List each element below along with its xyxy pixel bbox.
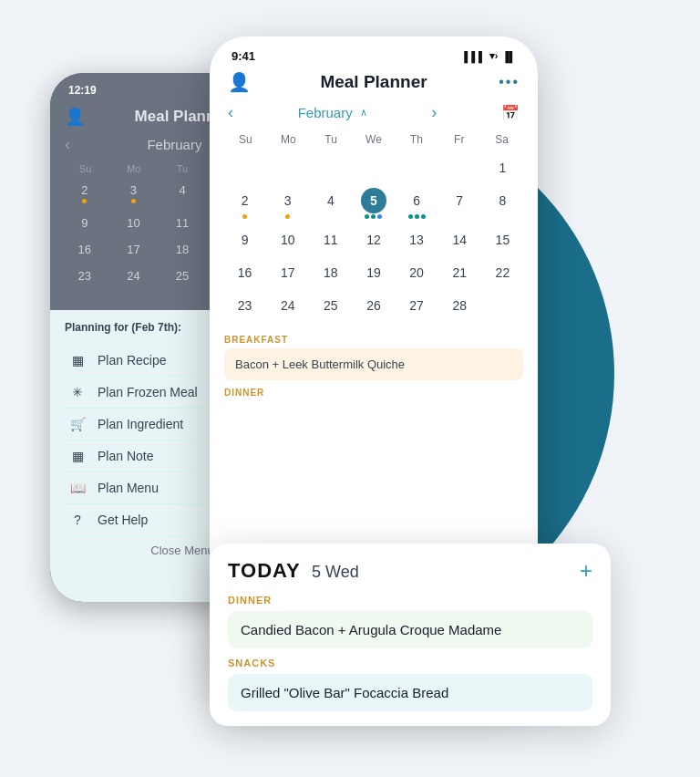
- front-calendar-day[interactable]: [482, 289, 523, 320]
- front-calendar-day[interactable]: [353, 151, 394, 182]
- front-nav-next[interactable]: ›: [431, 103, 437, 122]
- front-header: 👤 Meal Planner •••: [210, 68, 538, 99]
- front-calendar-day[interactable]: 3: [267, 184, 308, 222]
- back-calendar-day[interactable]: 17: [110, 237, 158, 262]
- front-calendar-day[interactable]: 12: [353, 223, 394, 254]
- menu-item-label: Plan Recipe: [98, 353, 167, 368]
- breakfast-card[interactable]: Bacon + Leek Buttermilk Quiche: [224, 348, 523, 380]
- back-calendar-day[interactable]: 11: [159, 211, 206, 235]
- front-day-fr: Fr: [438, 133, 480, 146]
- battery-icon: ▐▌: [501, 51, 516, 62]
- front-day-tu: Tu: [310, 133, 353, 146]
- today-header-left: TODAY 5 Wed: [228, 559, 359, 583]
- back-calendar-day[interactable]: 3: [110, 178, 158, 209]
- front-calendar-day[interactable]: 14: [439, 223, 480, 254]
- front-nav-prev[interactable]: ‹: [228, 103, 233, 122]
- front-calendar-day[interactable]: 6: [396, 184, 438, 222]
- front-calendar-day[interactable]: 25: [310, 289, 351, 320]
- front-time: 9:41: [232, 49, 255, 63]
- menu-item-label: Plan Ingredient: [98, 417, 183, 431]
- add-meal-button[interactable]: +: [580, 558, 592, 584]
- front-calendar-day[interactable]: 2: [224, 184, 265, 222]
- front-day-we: We: [353, 133, 396, 146]
- front-calendar-day[interactable]: 28: [439, 289, 480, 320]
- front-calendar-day[interactable]: [224, 151, 265, 182]
- front-title: Meal Planner: [320, 72, 427, 92]
- front-days-grid[interactable]: 1234567891011121314151617181920212223242…: [224, 151, 523, 320]
- menu-item-label: Plan Frozen Meal: [98, 385, 198, 399]
- back-calendar-day[interactable]: 9: [61, 211, 108, 235]
- front-calendar-day[interactable]: 13: [396, 223, 438, 254]
- front-calendar-day[interactable]: 10: [267, 223, 308, 254]
- front-calendar-day[interactable]: 21: [439, 256, 480, 287]
- menu-item-label: Get Help: [98, 513, 148, 527]
- more-options-icon[interactable]: •••: [499, 74, 520, 90]
- back-calendar-day[interactable]: 25: [159, 264, 206, 288]
- wifi-icon: ▾›: [489, 50, 499, 62]
- back-nav-prev[interactable]: ‹: [65, 135, 70, 154]
- front-user-icon[interactable]: 👤: [228, 71, 251, 93]
- front-calendar-day[interactable]: 19: [353, 256, 394, 287]
- back-day-su: Su: [61, 163, 109, 174]
- back-calendar-day[interactable]: 2: [61, 178, 108, 209]
- menu-item-icon: ?: [68, 513, 87, 527]
- front-meal-below: BREAKFAST Bacon + Leek Buttermilk Quiche…: [210, 331, 538, 405]
- front-calendar-day[interactable]: 27: [396, 289, 438, 320]
- front-day-sa: Sa: [480, 133, 523, 146]
- front-calendar-day[interactable]: [310, 151, 351, 182]
- front-calendar-day[interactable]: 4: [310, 184, 351, 222]
- back-day-mo: Mo: [109, 163, 158, 174]
- today-card-header: TODAY 5 Wed +: [228, 558, 592, 584]
- front-calendar-day[interactable]: [439, 151, 480, 182]
- front-calendar-day[interactable]: 23: [224, 289, 265, 320]
- front-calendar-day[interactable]: 17: [267, 256, 308, 287]
- front-day-su: Su: [224, 133, 267, 146]
- front-calendar-day[interactable]: [267, 151, 308, 182]
- today-date: 5 Wed: [312, 563, 359, 581]
- menu-item-icon: ▦: [68, 353, 87, 368]
- dinner-meal-card[interactable]: Candied Bacon + Arugula Croque Madame: [228, 611, 592, 648]
- front-calendar-day[interactable]: 26: [353, 289, 394, 320]
- front-calendar-day[interactable]: 22: [482, 256, 523, 287]
- menu-item-label: Plan Menu: [98, 481, 159, 495]
- front-status-bar: 9:41 ▌▌▌ ▾› ▐▌: [210, 36, 538, 68]
- back-calendar-day[interactable]: 24: [110, 264, 158, 288]
- snacks-section-label: SNACKS: [228, 658, 592, 668]
- front-calendar-day[interactable]: 5: [353, 184, 394, 222]
- front-calendar-day[interactable]: 24: [267, 289, 308, 320]
- back-user-icon: 👤: [65, 107, 85, 127]
- back-calendar-day[interactable]: 18: [159, 237, 206, 262]
- front-calendar-day[interactable]: 7: [439, 184, 480, 222]
- back-month: February ∧: [147, 137, 217, 152]
- front-calendar-day[interactable]: [396, 151, 438, 182]
- back-time: 12:19: [68, 84, 97, 97]
- front-month[interactable]: February ∧: [298, 105, 367, 120]
- menu-item-icon: ✳: [68, 385, 87, 399]
- today-card: TODAY 5 Wed + DINNER Candied Bacon + Aru…: [210, 544, 611, 726]
- front-status-icons: ▌▌▌ ▾› ▐▌: [464, 50, 516, 62]
- front-calendar-day[interactable]: 16: [224, 256, 265, 287]
- calendar-icon[interactable]: 📅: [501, 104, 520, 121]
- front-calendar-day[interactable]: 1: [482, 151, 523, 182]
- signal-icon: ▌▌▌: [464, 51, 485, 62]
- snack-meal-card[interactable]: Grilled "Olive Bar" Focaccia Bread: [228, 674, 592, 711]
- dinner-section-label: DINNER: [228, 595, 592, 606]
- front-calendar-day[interactable]: 8: [482, 184, 523, 222]
- menu-item-icon: 📖: [68, 481, 87, 495]
- front-nav: ‹ February ∧ › 📅: [210, 99, 538, 130]
- front-day-th: Th: [395, 133, 438, 146]
- menu-item-icon: 🛒: [68, 417, 87, 431]
- back-calendar-day[interactable]: 16: [61, 237, 108, 262]
- front-calendar-day[interactable]: 15: [482, 223, 523, 254]
- breakfast-label: BREAKFAST: [224, 335, 523, 345]
- back-calendar-day[interactable]: 10: [110, 211, 158, 235]
- dinner-label-below: DINNER: [224, 388, 523, 398]
- front-calendar-day[interactable]: 9: [224, 223, 265, 254]
- front-calendar-day[interactable]: 18: [310, 256, 351, 287]
- front-calendar-day[interactable]: 20: [396, 256, 438, 287]
- today-label: TODAY: [228, 559, 301, 582]
- front-calendar-day[interactable]: 11: [310, 223, 351, 254]
- front-calendar: Su Mo Tu We Th Fr Sa 1234567891011121314…: [210, 130, 538, 327]
- back-calendar-day[interactable]: 4: [159, 178, 206, 209]
- back-calendar-day[interactable]: 23: [61, 264, 108, 288]
